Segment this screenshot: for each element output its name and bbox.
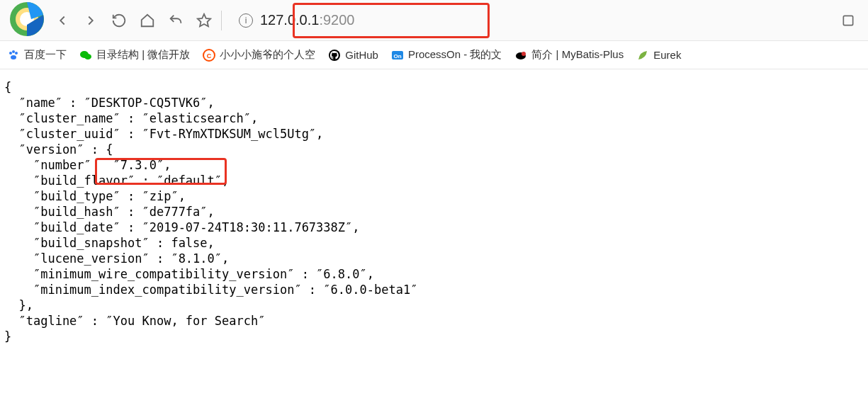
svg-point-6 [12, 50, 15, 53]
bookmark-label: ProcessOn - 我的文 [408, 48, 502, 62]
bookmark-mybatis[interactable]: 简介 | MyBatis-Plus [514, 48, 624, 62]
address-bar[interactable]: i 127.0.0.1:9200 [232, 7, 831, 34]
bookmark-label: Eurek [653, 49, 681, 61]
bookmarks-bar: 百度一下 目录结构 | 微信开放 C 小小小施爷的个人空 GitHub On P… [0, 41, 868, 69]
bookmark-baidu[interactable]: 百度一下 [7, 48, 67, 62]
address-host: 127.0.0.1 [260, 12, 319, 28]
bird-icon [514, 49, 527, 62]
bookmark-label: 目录结构 | 微信开放 [96, 48, 190, 62]
browser-logo-icon [6, 0, 45, 38]
json-response: { ″name″ : ″DESKTOP-CQ5TVK6″, ″cluster_n… [0, 69, 868, 354]
site-info-icon[interactable]: i [239, 13, 253, 28]
extension-icon[interactable] [837, 9, 859, 32]
svg-rect-4 [843, 16, 852, 25]
csdn-icon: C [203, 49, 215, 62]
processon-icon: On [391, 49, 404, 62]
svg-point-17 [522, 52, 526, 56]
svg-point-5 [9, 52, 12, 55]
svg-text:C: C [207, 52, 212, 59]
home-button[interactable] [136, 9, 159, 32]
svg-text:On: On [393, 53, 401, 59]
toolbar-right-icons [837, 9, 862, 32]
forward-button[interactable] [79, 9, 102, 32]
svg-marker-3 [198, 13, 210, 25]
svg-point-8 [11, 55, 16, 59]
paw-icon [7, 49, 20, 62]
favorite-button[interactable] [193, 9, 215, 32]
bookmark-github[interactable]: GitHub [328, 49, 378, 62]
bookmark-label: 百度一下 [24, 48, 67, 62]
undo-button[interactable] [164, 9, 187, 32]
toolbar-divider [221, 11, 222, 30]
bookmark-processon[interactable]: On ProcessOn - 我的文 [391, 48, 502, 62]
bookmark-label: GitHub [345, 49, 378, 61]
reload-button[interactable] [108, 9, 130, 32]
svg-point-10 [84, 54, 91, 59]
svg-point-7 [15, 52, 18, 55]
bookmark-eureka[interactable]: Eurek [636, 49, 681, 62]
leaf-icon [636, 49, 649, 62]
bookmark-wechat[interactable]: 目录结构 | 微信开放 [79, 48, 190, 62]
bookmark-label: 小小小施爷的个人空 [220, 48, 315, 62]
github-icon [328, 49, 341, 62]
wechat-icon [79, 49, 92, 62]
browser-toolbar: i 127.0.0.1:9200 [0, 0, 868, 41]
bookmark-label: 简介 | MyBatis-Plus [531, 48, 624, 62]
address-port: :9200 [319, 12, 354, 28]
bookmark-csdn[interactable]: C 小小小施爷的个人空 [203, 48, 315, 62]
back-button[interactable] [51, 9, 74, 32]
